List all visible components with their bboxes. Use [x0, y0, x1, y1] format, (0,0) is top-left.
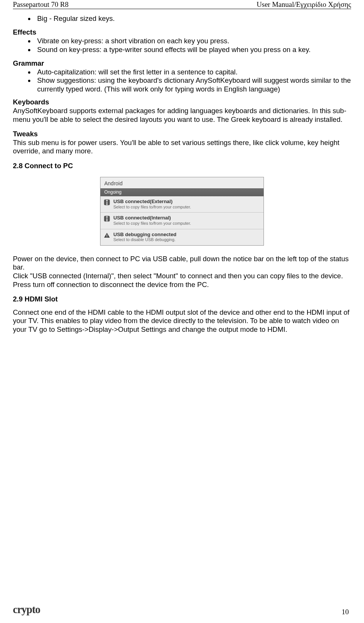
notif-row[interactable]: USB connected(Internal) Select to copy f… [100, 213, 264, 229]
svg-rect-5 [107, 237, 107, 237]
page-header: Passepartout 70 R8 User Manual/Εγχειρίδι… [13, 0, 351, 9]
warning-icon [104, 232, 110, 239]
header-left: Passepartout 70 R8 [13, 1, 69, 9]
svg-point-1 [107, 204, 108, 205]
section-28-heading: 2.8 Connect to PC [13, 162, 351, 170]
notif-ongoing-band: Ongoing [100, 188, 264, 196]
effects-list: Vibrate on key-press: a short vibration … [13, 37, 351, 54]
notif-row[interactable]: USB connected(External) Select to copy f… [100, 196, 264, 213]
header-right: User Manual/Εγχειρίδιο Χρήσης [257, 1, 351, 9]
notif-platform-label: Android [100, 177, 264, 188]
notif-subtitle: Select to copy files to/from your comput… [113, 205, 260, 210]
svg-rect-4 [107, 234, 107, 236]
page-number: 10 [342, 607, 349, 616]
grammar-heading: Grammar [13, 59, 351, 68]
keyboards-heading: Keyboards [13, 98, 351, 107]
page-footer: crypto 10 [13, 603, 349, 616]
list-item: Big - Regular sized keys. [35, 14, 351, 23]
big-keys-list: Big - Regular sized keys. [13, 14, 351, 23]
notif-row[interactable]: USB debugging connected Select to disabl… [100, 229, 264, 245]
usb-icon [104, 199, 110, 206]
notif-subtitle: Select to disable USB debugging. [113, 237, 260, 242]
effects-heading: Effects [13, 28, 351, 37]
list-item: Sound on key-press: a type-writer sound … [35, 46, 351, 54]
notif-subtitle: Select to copy files to/from your comput… [113, 221, 260, 226]
tweaks-body: This sub menu is for power users. You'll… [13, 139, 351, 156]
list-item: Auto-capitalization: will set the first … [35, 68, 351, 77]
list-item: Show suggestions: using the keyboard's d… [35, 76, 351, 93]
footer-logo: crypto [13, 603, 40, 617]
list-item: Vibrate on key-press: a short vibration … [35, 37, 351, 46]
notif-title: USB connected(Internal) [113, 215, 260, 221]
grammar-list: Auto-capitalization: will set the first … [13, 68, 351, 94]
notif-title: USB connected(External) [113, 199, 260, 205]
hdmi-body: Connect one end of the HDMI cable to the… [13, 308, 351, 334]
svg-point-3 [107, 220, 108, 221]
tweaks-heading: Tweaks [13, 130, 351, 139]
keyboards-body: AnySoftKeyboard supports external packag… [13, 107, 351, 124]
usb-icon [104, 215, 110, 222]
connect-body: Power on the device, then connect to PC … [13, 255, 351, 289]
section-29-heading: 2.9 HDMI Slot [13, 295, 351, 304]
notif-title: USB debugging connected [113, 232, 260, 238]
android-notification-panel: Android Ongoing USB connected(External) … [100, 177, 264, 246]
